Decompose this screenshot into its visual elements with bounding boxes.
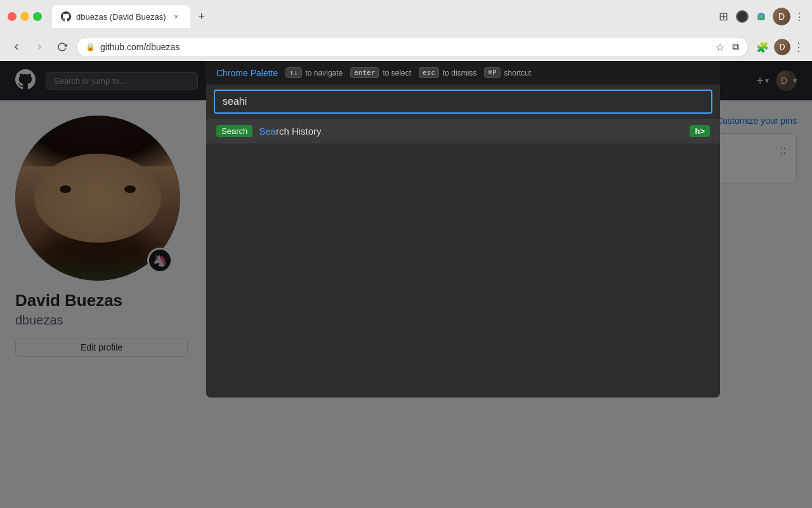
esc-kbd: esc: [419, 67, 439, 78]
palette-search-input[interactable]: [214, 90, 712, 114]
extensions-button[interactable]: 🧩: [754, 38, 771, 56]
profile-avatar-nav[interactable]: D: [774, 39, 790, 55]
cmd-p-kbd: ⌘P: [484, 67, 500, 78]
palette-hint-select: enter to select: [350, 67, 411, 78]
dismiss-hint-text: to dismiss: [443, 69, 476, 77]
reload-button[interactable]: [53, 38, 71, 56]
lock-icon: 🔒: [86, 43, 95, 51]
result-suffix-text: story: [301, 126, 322, 137]
tab-title: dbuezas (David Buezas): [76, 12, 166, 22]
github-page: Search or jump to... + ▾ D ▾: [0, 61, 812, 508]
palette-title[interactable]: Chrome Palette: [216, 68, 278, 78]
result-shortcut-badge: h>: [690, 125, 710, 137]
palette-empty-space: [206, 144, 720, 398]
address-bar[interactable]: 🔒 github.com/dbuezas ☆ ⧉: [76, 37, 749, 57]
chrome-profile-avatar[interactable]: D: [773, 8, 790, 25]
command-palette: Chrome Palette ↑↓ to navigate enter to s…: [206, 61, 720, 398]
url-text: github.com/dbuezas: [100, 42, 710, 52]
tab-favicon: [61, 11, 71, 22]
forward-button[interactable]: [30, 38, 48, 56]
result-text: Search History: [259, 126, 321, 137]
extensions-icon[interactable]: ⊞: [716, 9, 731, 24]
result-main-text: rch Hi: [276, 126, 301, 137]
browser-extensions: ⊞ D ⋮: [716, 8, 804, 25]
close-button[interactable]: [8, 12, 16, 21]
chrome-settings-icon[interactable]: ⋮: [793, 40, 804, 54]
bookmark-icon[interactable]: ☆: [716, 41, 724, 53]
traffic-lights: [8, 12, 42, 21]
palette-header: Chrome Palette ↑↓ to navigate enter to s…: [206, 61, 720, 84]
back-button[interactable]: [8, 38, 25, 56]
minimize-button[interactable]: [20, 12, 29, 21]
tab-close-button[interactable]: ×: [171, 11, 181, 22]
palette-hint-dismiss: esc to dismiss: [419, 67, 476, 78]
nav-bar: 🔒 github.com/dbuezas ☆ ⧉ 🧩 D ⋮: [0, 33, 812, 61]
read-mode-icon[interactable]: ⧉: [732, 41, 739, 53]
palette-hint-navigate: ↑↓ to navigate: [285, 67, 343, 78]
palette-input-area: [206, 84, 720, 119]
palette-results: Search Search History h>: [206, 119, 720, 398]
navigate-hint-text: to navigate: [306, 69, 343, 77]
profile-extension-icon[interactable]: [735, 9, 750, 24]
select-hint-text: to select: [383, 69, 411, 77]
chrome-menu-dots[interactable]: ⋮: [794, 11, 804, 23]
tabs-area: dbuezas (David Buezas) × +: [52, 5, 710, 28]
palette-result-item[interactable]: Search Search History h>: [206, 119, 720, 144]
nav-right-icons: 🧩 D ⋮: [754, 38, 804, 56]
chrome-menu-icon[interactable]: [754, 9, 769, 24]
enter-kbd: enter: [350, 67, 379, 78]
active-tab[interactable]: dbuezas (David Buezas) ×: [52, 5, 190, 28]
result-search-badge: Search: [216, 125, 252, 137]
arrow-keys-kbd: ↑↓: [285, 67, 301, 78]
maximize-button[interactable]: [33, 12, 42, 21]
palette-hint-shortcut: ⌘P shortcut: [484, 67, 531, 78]
result-highlight-text: Sea: [259, 126, 276, 137]
title-bar: dbuezas (David Buezas) × + ⊞ D ⋮: [0, 0, 812, 33]
new-tab-button[interactable]: +: [193, 8, 211, 25]
shortcut-hint-text: shortcut: [504, 69, 532, 77]
